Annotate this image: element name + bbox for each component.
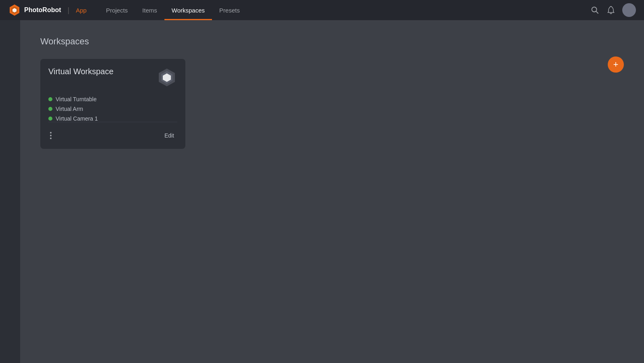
svg-line-4 (596, 11, 598, 13)
main-content: Workspaces + Virtual Workspace Vi (20, 20, 644, 363)
navbar: PhotoRobot | App Projects Items Workspac… (0, 0, 644, 20)
nav-item-presets[interactable]: Presets (212, 0, 247, 20)
brand-separator: | (68, 6, 70, 15)
workspace-card: Virtual Workspace Virtual Turntable V (40, 59, 185, 149)
page-header: Workspaces (40, 36, 624, 47)
workspaces-grid: Virtual Workspace Virtual Turntable V (40, 59, 624, 149)
more-options-button[interactable] (48, 130, 53, 141)
workspace-title: Virtual Workspace (48, 67, 114, 76)
plus-icon: + (613, 60, 619, 69)
dot (50, 132, 52, 134)
edit-workspace-button[interactable]: Edit (161, 131, 177, 140)
search-button[interactable] (590, 5, 600, 15)
workspace-card-header: Virtual Workspace (48, 67, 177, 88)
workspace-devices: Virtual Turntable Virtual Arm Virtual Ca… (48, 94, 177, 122)
status-dot-arm (48, 107, 52, 111)
user-avatar[interactable] (622, 3, 636, 17)
device-name-camera: Virtual Camera 1 (56, 115, 98, 122)
workspace-logo (156, 67, 177, 88)
nav-links: Projects Items Workspaces Presets (99, 0, 247, 20)
page-title: Workspaces (40, 36, 89, 47)
logo-icon (8, 4, 21, 17)
status-dot-turntable (48, 97, 52, 101)
brand: PhotoRobot | App (8, 4, 87, 17)
status-dot-camera (48, 117, 52, 121)
search-icon (591, 6, 598, 14)
brand-app: App (76, 7, 87, 14)
device-name-turntable: Virtual Turntable (56, 96, 97, 102)
workspace-logo-icon (156, 67, 177, 88)
dot (50, 135, 52, 136)
dot (50, 138, 52, 139)
device-item: Virtual Turntable (48, 96, 177, 102)
add-workspace-button[interactable]: + (608, 56, 624, 73)
sidebar (0, 20, 20, 363)
brand-name: PhotoRobot (24, 6, 61, 14)
nav-item-projects[interactable]: Projects (99, 0, 135, 20)
nav-item-workspaces[interactable]: Workspaces (164, 0, 212, 20)
device-name-arm: Virtual Arm (56, 106, 83, 112)
nav-item-items[interactable]: Items (135, 0, 164, 20)
bell-icon (607, 6, 615, 14)
navbar-right (590, 3, 636, 17)
device-item: Virtual Arm (48, 106, 177, 112)
device-item: Virtual Camera 1 (48, 115, 177, 122)
workspace-card-footer: Edit (48, 122, 177, 141)
notifications-button[interactable] (606, 5, 616, 15)
